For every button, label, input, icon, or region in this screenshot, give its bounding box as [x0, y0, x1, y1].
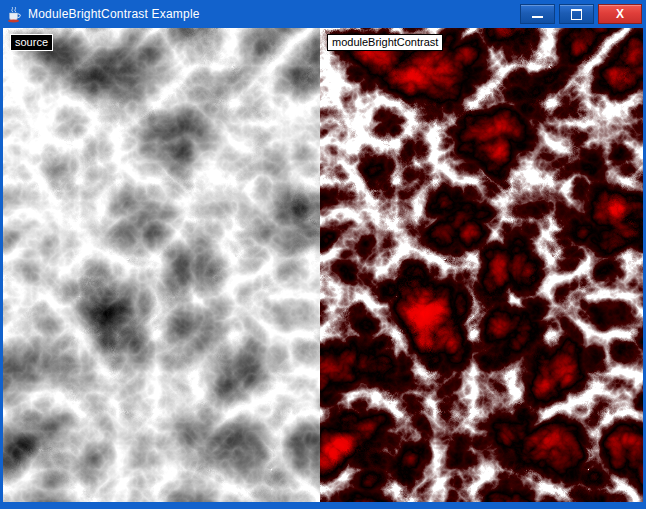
minimize-button[interactable]	[520, 4, 555, 24]
maximize-button[interactable]	[559, 4, 594, 24]
close-button[interactable]: X	[598, 4, 642, 24]
close-x-icon: X	[616, 8, 624, 20]
app-window: ModuleBrightContrast Example X	[0, 0, 646, 509]
source-label: source	[10, 34, 53, 51]
titlebar[interactable]: ModuleBrightContrast Example X	[0, 0, 646, 28]
result-image	[320, 28, 643, 502]
window-controls: X	[520, 4, 642, 24]
result-label: moduleBrightContrast	[327, 34, 443, 51]
minimize-bar-icon	[532, 16, 543, 18]
source-image	[3, 28, 320, 502]
window-title: ModuleBrightContrast Example	[28, 7, 200, 21]
panel-result: moduleBrightContrast	[320, 28, 643, 502]
maximize-box-icon	[571, 9, 582, 20]
panel-source: source	[3, 28, 320, 502]
java-coffee-cup-icon[interactable]	[7, 6, 22, 23]
content-area: source moduleBrigh	[3, 28, 643, 502]
